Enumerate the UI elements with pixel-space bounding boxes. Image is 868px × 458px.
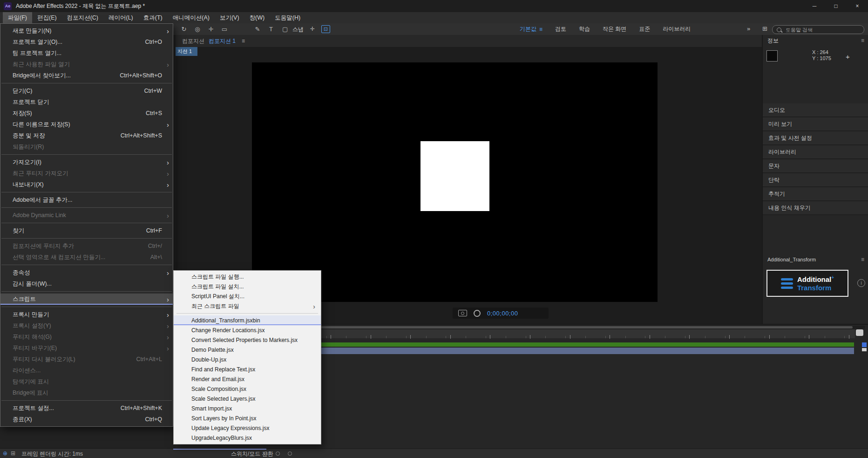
snap-checkbox-icon[interactable]: ▢	[282, 26, 288, 33]
workspace-tab[interactable]: 학습	[579, 25, 590, 33]
file-menu-item[interactable]: 증분 및 저장 Ctrl+Alt+Shift+S	[0, 130, 173, 141]
panel-menu-icon[interactable]: ≡	[242, 38, 245, 44]
snap-label[interactable]: 스냅	[292, 26, 304, 34]
timecode-display[interactable]: 0;00;00;00	[487, 310, 518, 317]
scrollbar-handle[interactable]	[319, 326, 853, 328]
file-menu-item[interactable]: 내보내기(X) ›	[0, 179, 173, 190]
script-menu-item[interactable]: UpgradeLegacyBlurs.jsx	[174, 433, 321, 443]
timeline-marker-chip[interactable]	[862, 342, 867, 347]
composition-viewer[interactable]	[176, 56, 762, 302]
menubar-item[interactable]: 효과(T)	[138, 12, 168, 23]
file-menu-item[interactable]: 프록시 설정(Y) ›	[0, 320, 173, 331]
script-menu-item[interactable]: Sort Layers by In Point.jsx	[174, 413, 321, 423]
script-menu-item[interactable]: ScriptUI Panel 설치...	[174, 292, 321, 301]
panel-stack-item[interactable]: 내용 인식 채우기	[763, 201, 868, 215]
snap-options-icon[interactable]: ✛	[310, 26, 315, 32]
file-menu-item[interactable]: 찾기 Ctrl+F	[0, 225, 173, 236]
workspace-tab[interactable]: 기본값 ≡	[520, 25, 542, 33]
timeline-navigator-handle[interactable]	[856, 329, 863, 336]
menubar-item[interactable]: 파일(F)	[3, 12, 32, 23]
menubar-item[interactable]: 편집(E)	[32, 12, 62, 23]
status-dot-icon[interactable]	[276, 451, 280, 456]
search-input[interactable]	[785, 27, 847, 33]
menubar-item[interactable]: 애니메이션(A)	[168, 12, 215, 23]
panel-stack-item[interactable]: 추적기	[763, 187, 868, 201]
file-menu-item[interactable]: Bridge에 표시	[0, 387, 173, 398]
menubar-item[interactable]: 창(W)	[244, 12, 270, 23]
script-menu-item[interactable]: Demo Palette.jsx	[174, 345, 321, 355]
menubar-item[interactable]: 보기(V)	[215, 12, 244, 23]
file-menu-item[interactable]: Adobe에서 글꼴 추가...	[0, 194, 173, 205]
script-menu-item[interactable]: Scale Composition.jsx	[174, 384, 321, 394]
rotation-tool-icon[interactable]: ↻	[178, 25, 190, 34]
status-dot-icon[interactable]	[288, 451, 292, 456]
help-search-box[interactable]	[772, 25, 864, 34]
panel-stack-item[interactable]: 오디오	[763, 103, 868, 117]
white-solid-layer[interactable]	[420, 141, 489, 211]
close-button[interactable]: ×	[847, 0, 868, 12]
file-menu-item[interactable]: 닫기(C) Ctrl+W	[0, 85, 173, 96]
workspace-tab[interactable]: 라이브러리	[663, 25, 691, 33]
file-menu-item[interactable]: 종료(X) Ctrl+Q	[0, 414, 173, 425]
menubar-item[interactable]: 레이어(L)	[103, 12, 138, 23]
panel-stack-item[interactable]: 단락	[763, 173, 868, 187]
file-menu-item[interactable]: 감시 폴더(W)...	[0, 278, 173, 289]
rectangle-tool-icon[interactable]: ▭	[219, 25, 230, 34]
file-menu-item[interactable]: 다른 이름으로 저장(S) ›	[0, 119, 173, 130]
panel-stack-item[interactable]: 문자	[763, 159, 868, 173]
panel-menu-icon[interactable]: ≡	[861, 37, 864, 44]
snapshot-camera-icon[interactable]	[458, 310, 467, 316]
file-menu-item[interactable]: 최근 사용한 파일 열기 ›	[0, 59, 173, 70]
region-of-interest-icon[interactable]: ⊡	[321, 25, 330, 33]
script-menu-item[interactable]: 스크립트 파일 실행...	[174, 272, 321, 282]
menubar-item[interactable]: 컴포지션(C)	[62, 12, 103, 23]
file-menu-item[interactable]: 푸티지 해석(G) ›	[0, 331, 173, 342]
script-menu-item[interactable]: Additional_Transform.jsxbin	[174, 315, 321, 325]
file-menu-item[interactable]: 가져오기(I) ›	[0, 157, 173, 168]
panel-stack-item[interactable]: 효과 및 사전 설정	[763, 131, 868, 145]
file-menu-item[interactable]: 컴포지션에 푸티지 추가 Ctrl+/	[0, 240, 173, 252]
file-menu-item[interactable]: 라이센스...	[0, 365, 173, 376]
script-menu-item[interactable]: Find and Replace Text.jsx	[174, 364, 321, 374]
file-menu-item[interactable]: 종속성 ›	[0, 267, 173, 278]
file-menu-item[interactable]: 푸티지 바꾸기(E) ›	[0, 342, 173, 354]
pan-behind-tool-icon[interactable]: ✛	[205, 25, 217, 34]
script-menu-item[interactable]: 최근 스크립트 파일 ›	[174, 301, 321, 311]
file-menu-item[interactable]: Bridge에서 찾아보기... Ctrl+Alt+Shift+O	[0, 70, 173, 81]
plugin-info-icon[interactable]: i	[857, 279, 865, 287]
file-menu-item[interactable]: 프로젝트 닫기	[0, 96, 173, 108]
menubar-item[interactable]: 도움말(H)	[270, 12, 305, 23]
script-menu-item[interactable]: Update Legacy Expressions.jsx	[174, 423, 321, 433]
minimize-button[interactable]: ─	[804, 0, 825, 12]
script-menu-item[interactable]: 스크립트 파일 설치...	[174, 282, 321, 292]
script-menu-item[interactable]: Scale Selected Layers.jsx	[174, 394, 321, 403]
timeline-scroll-chip[interactable]	[862, 348, 867, 351]
file-menu-item[interactable]: 최근 푸티지 가져오기 ›	[0, 168, 173, 179]
camera-tool-icon[interactable]: ◎	[192, 25, 203, 34]
composition-frame[interactable]	[252, 62, 658, 302]
workspace-overflow-icon[interactable]: »	[747, 25, 750, 32]
workspace-tab[interactable]: 작은 화면	[603, 25, 626, 33]
panel-toggle-icon[interactable]: ⊞	[762, 25, 767, 32]
script-menu-item[interactable]: Convert Selected Properties to Markers.j…	[174, 335, 321, 345]
file-menu-item[interactable]: 되돌리기(R)	[0, 141, 173, 152]
status-dot-icon[interactable]	[264, 451, 268, 456]
active-comp-name[interactable]: 컴포지션 1	[209, 37, 236, 45]
file-menu-item[interactable]: 팀 프로젝트 열기...	[0, 48, 173, 59]
file-menu-item[interactable]: 새로 만들기(N) ›	[0, 25, 173, 36]
type-tool-icon[interactable]: T	[265, 25, 277, 34]
file-menu-item[interactable]: 스크립트 ›	[0, 294, 173, 305]
panel-stack-item[interactable]: 미리 보기	[763, 117, 868, 131]
maximize-button[interactable]: □	[825, 0, 847, 12]
file-menu-item[interactable]: 저장(S) Ctrl+S	[0, 108, 173, 119]
script-menu-item[interactable]: Double-Up.jsx	[174, 355, 321, 364]
file-menu-item[interactable]: 프로젝트 열기(O)... Ctrl+O	[0, 36, 173, 48]
file-menu-item[interactable]: 프로젝트 설정... Ctrl+Alt+Shift+K	[0, 403, 173, 414]
panel-menu-icon[interactable]: ≡	[861, 256, 864, 263]
file-menu-item[interactable]: Adobe Dynamic Link ›	[0, 210, 173, 221]
script-menu-item[interactable]: Render and Email.jsx	[174, 374, 321, 384]
pen-tool-icon[interactable]: ✎	[252, 25, 263, 34]
file-menu-item[interactable]: 탐색기에 표시	[0, 376, 173, 387]
show-snapshot-icon[interactable]	[474, 310, 481, 317]
file-menu-item[interactable]: 프록시 만들기 ›	[0, 309, 173, 320]
